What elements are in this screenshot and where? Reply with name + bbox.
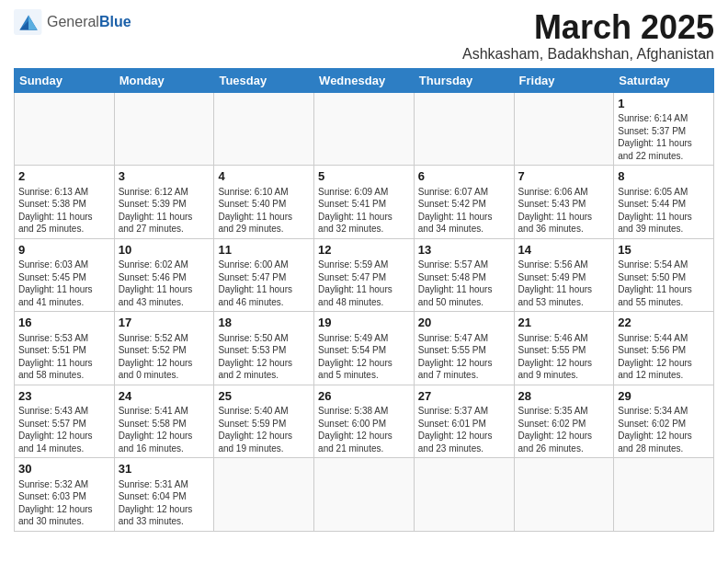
month-title: March 2025 [462,9,714,46]
day-number: 24 [119,388,210,405]
cell-info: Sunrise: 5:32 AM Sunset: 6:03 PM Dayligh… [18,478,110,528]
cell-info: Sunrise: 6:09 AM Sunset: 5:41 PM Dayligh… [318,186,410,236]
day-number: 26 [318,388,410,405]
weekday-header-wednesday: Wednesday [314,68,415,92]
calendar-week-1: 1Sunrise: 6:14 AM Sunset: 5:37 PM Daylig… [15,92,714,166]
cell-info: Sunrise: 5:35 AM Sunset: 6:02 PM Dayligh… [518,405,610,454]
day-number: 27 [418,388,510,405]
cell-info: Sunrise: 5:57 AM Sunset: 5:48 PM Dayligh… [418,259,510,308]
day-number: 22 [618,315,710,331]
calendar-cell: 5Sunrise: 6:09 AM Sunset: 5:41 PM Daylig… [314,166,415,239]
cell-info: Sunrise: 6:10 AM Sunset: 5:40 PM Dayligh… [218,186,310,236]
title-area: March 2025 Ashkasham, Badakhshan, Afghan… [462,9,714,63]
calendar-cell: 13Sunrise: 5:57 AM Sunset: 5:48 PM Dayli… [414,238,514,312]
day-number: 25 [218,388,310,405]
cell-info: Sunrise: 5:47 AM Sunset: 5:55 PM Dayligh… [418,332,510,382]
day-number: 17 [119,315,210,331]
calendar-cell: 6Sunrise: 6:07 AM Sunset: 5:42 PM Daylig… [414,166,514,239]
weekday-header-tuesday: Tuesday [214,68,314,92]
cell-info: Sunrise: 5:43 AM Sunset: 5:57 PM Dayligh… [18,405,110,454]
day-number: 9 [18,242,110,259]
cell-info: Sunrise: 5:54 AM Sunset: 5:50 PM Dayligh… [618,259,710,308]
general-blue-icon [14,9,43,35]
cell-info: Sunrise: 6:13 AM Sunset: 5:38 PM Dayligh… [18,186,110,236]
cell-info: Sunrise: 6:02 AM Sunset: 5:46 PM Dayligh… [119,259,210,308]
day-number: 1 [618,96,710,112]
cell-info: Sunrise: 6:06 AM Sunset: 5:43 PM Dayligh… [518,186,610,236]
calendar-week-2: 2Sunrise: 6:13 AM Sunset: 5:38 PM Daylig… [15,166,714,239]
calendar-cell: 9Sunrise: 6:03 AM Sunset: 5:45 PM Daylig… [15,238,115,312]
calendar-cell [214,458,314,532]
day-number: 2 [18,168,110,185]
day-number: 4 [218,168,310,185]
calendar-cell: 31Sunrise: 5:31 AM Sunset: 6:04 PM Dayli… [114,458,214,532]
weekday-header-thursday: Thursday [414,68,514,92]
calendar-table: SundayMondayTuesdayWednesdayThursdayFrid… [14,68,714,532]
day-number: 20 [418,315,510,331]
calendar-cell [514,92,614,166]
calendar-cell: 17Sunrise: 5:52 AM Sunset: 5:52 PM Dayli… [114,312,214,385]
calendar-cell: 2Sunrise: 6:13 AM Sunset: 5:38 PM Daylig… [15,166,115,239]
calendar-cell: 24Sunrise: 5:41 AM Sunset: 5:58 PM Dayli… [114,385,214,458]
cell-info: Sunrise: 5:40 AM Sunset: 5:59 PM Dayligh… [218,405,310,454]
cell-info: Sunrise: 5:34 AM Sunset: 6:02 PM Dayligh… [618,405,710,454]
day-number: 18 [218,315,310,331]
cell-info: Sunrise: 5:56 AM Sunset: 5:49 PM Dayligh… [518,259,610,308]
weekday-header-saturday: Saturday [614,68,714,92]
day-number: 12 [318,242,410,259]
day-number: 30 [18,461,110,477]
calendar-cell [614,458,714,532]
calendar-cell: 23Sunrise: 5:43 AM Sunset: 5:57 PM Dayli… [15,385,115,458]
calendar-cell: 28Sunrise: 5:35 AM Sunset: 6:02 PM Dayli… [514,385,614,458]
cell-info: Sunrise: 5:41 AM Sunset: 5:58 PM Dayligh… [119,405,210,454]
calendar-cell: 7Sunrise: 6:06 AM Sunset: 5:43 PM Daylig… [514,166,614,239]
cell-info: Sunrise: 6:12 AM Sunset: 5:39 PM Dayligh… [119,186,210,236]
calendar-week-5: 23Sunrise: 5:43 AM Sunset: 5:57 PM Dayli… [15,385,714,458]
calendar-cell [514,458,614,532]
weekday-header-friday: Friday [514,68,614,92]
logo: GeneralBlue [14,9,131,35]
calendar-cell: 26Sunrise: 5:38 AM Sunset: 6:00 PM Dayli… [314,385,415,458]
location-title: Ashkasham, Badakhshan, Afghanistan [462,46,714,63]
calendar-cell: 30Sunrise: 5:32 AM Sunset: 6:03 PM Dayli… [15,458,115,532]
calendar-cell [314,92,415,166]
calendar-week-6: 30Sunrise: 5:32 AM Sunset: 6:03 PM Dayli… [15,458,714,532]
day-number: 23 [18,388,110,405]
calendar-cell: 14Sunrise: 5:56 AM Sunset: 5:49 PM Dayli… [514,238,614,312]
day-number: 3 [119,168,210,185]
cell-info: Sunrise: 6:05 AM Sunset: 5:44 PM Dayligh… [618,186,710,236]
day-number: 14 [518,242,610,259]
calendar-cell: 11Sunrise: 6:00 AM Sunset: 5:47 PM Dayli… [214,238,314,312]
day-number: 11 [218,242,310,259]
calendar-cell [114,92,214,166]
cell-info: Sunrise: 5:46 AM Sunset: 5:55 PM Dayligh… [518,332,610,382]
weekday-header-sunday: Sunday [15,68,115,92]
calendar-cell [414,92,514,166]
calendar-cell [314,458,415,532]
cell-info: Sunrise: 5:53 AM Sunset: 5:51 PM Dayligh… [18,332,110,382]
calendar-week-3: 9Sunrise: 6:03 AM Sunset: 5:45 PM Daylig… [15,238,714,312]
cell-info: Sunrise: 6:14 AM Sunset: 5:37 PM Dayligh… [618,112,710,162]
day-number: 28 [518,388,610,405]
calendar-cell [15,92,115,166]
calendar-cell: 20Sunrise: 5:47 AM Sunset: 5:55 PM Dayli… [414,312,514,385]
day-number: 5 [318,168,410,185]
calendar-cell: 1Sunrise: 6:14 AM Sunset: 5:37 PM Daylig… [614,92,714,166]
calendar-cell: 18Sunrise: 5:50 AM Sunset: 5:53 PM Dayli… [214,312,314,385]
calendar-cell: 29Sunrise: 5:34 AM Sunset: 6:02 PM Dayli… [614,385,714,458]
calendar-cell: 12Sunrise: 5:59 AM Sunset: 5:47 PM Dayli… [314,238,415,312]
calendar-cell: 25Sunrise: 5:40 AM Sunset: 5:59 PM Dayli… [214,385,314,458]
calendar-cell: 10Sunrise: 6:02 AM Sunset: 5:46 PM Dayli… [114,238,214,312]
calendar-cell: 19Sunrise: 5:49 AM Sunset: 5:54 PM Dayli… [314,312,415,385]
calendar-cell: 16Sunrise: 5:53 AM Sunset: 5:51 PM Dayli… [15,312,115,385]
cell-info: Sunrise: 5:38 AM Sunset: 6:00 PM Dayligh… [318,405,410,454]
day-number: 13 [418,242,510,259]
day-number: 7 [518,168,610,185]
calendar-cell [214,92,314,166]
cell-info: Sunrise: 6:07 AM Sunset: 5:42 PM Dayligh… [418,186,510,236]
day-number: 21 [518,315,610,331]
cell-info: Sunrise: 5:49 AM Sunset: 5:54 PM Dayligh… [318,332,410,382]
day-number: 19 [318,315,410,331]
day-number: 31 [119,461,210,477]
cell-info: Sunrise: 6:00 AM Sunset: 5:47 PM Dayligh… [218,259,310,308]
